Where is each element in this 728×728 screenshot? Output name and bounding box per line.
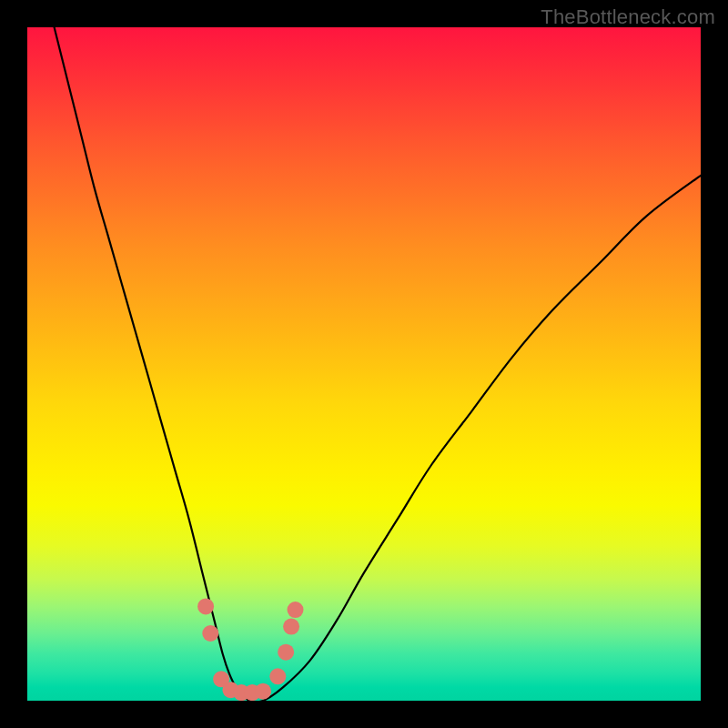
bottleneck-curve [55,27,701,701]
plot-area [27,27,701,701]
highlight-dot [255,683,271,700]
chart-frame: TheBottleneck.com [0,0,728,728]
highlight-dot [288,602,304,618]
highlight-dot [197,598,214,614]
curve-svg [27,27,701,701]
highlight-dot [202,625,218,642]
highlight-dot [283,619,299,635]
highlight-dot [278,644,294,661]
watermark-text: TheBottleneck.com [541,5,715,29]
highlight-dot [269,668,286,684]
